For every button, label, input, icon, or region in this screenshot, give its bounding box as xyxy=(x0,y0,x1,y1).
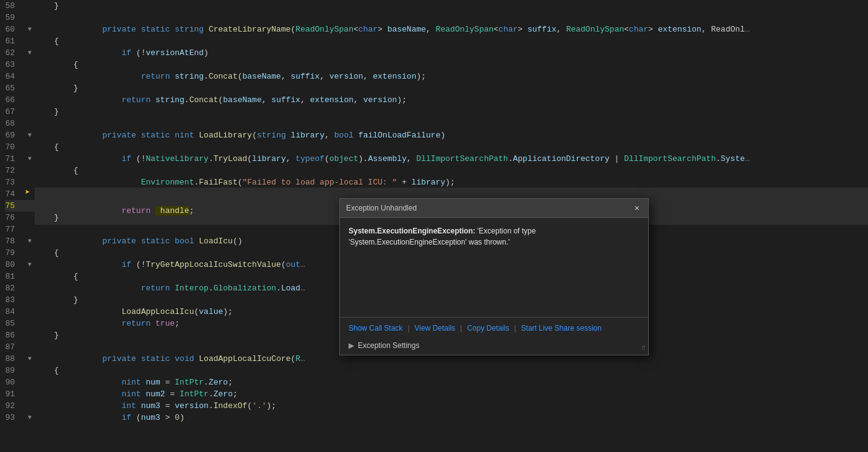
line-number-92: 92 xyxy=(5,401,25,411)
popup-close-button[interactable]: × xyxy=(632,202,642,214)
line-number-71: 71 xyxy=(5,154,25,163)
exception-message-part1: 'Exception of type xyxy=(477,227,536,235)
line-62: 62 ▼ if (!versionAtEnd) xyxy=(5,47,868,59)
popup-body: System.ExecutionEngineException: 'Except… xyxy=(340,218,648,317)
fold-88[interactable]: ▼ xyxy=(25,355,35,362)
line-64: 64 return string.Concat(baseName, suffix… xyxy=(5,71,868,82)
line-93: 93 ▼ if (num3 > 0) xyxy=(5,412,868,424)
line-number-65: 65 xyxy=(5,84,25,93)
fold-71[interactable]: ▼ xyxy=(25,155,35,162)
line-number-86: 86 xyxy=(5,331,25,340)
line-69: 69 ▼ private static nint LoadLibrary(str… xyxy=(5,129,868,141)
separator-1: | xyxy=(407,324,409,332)
line-content-58: } xyxy=(35,1,868,11)
exception-popup: Exception Unhandled × System.ExecutionEn… xyxy=(339,198,649,355)
fold-60[interactable]: ▼ xyxy=(25,26,35,33)
popup-actions: Show Call Stack | View Details | Copy De… xyxy=(340,317,648,339)
line-number-70: 70 xyxy=(5,142,25,152)
line-number-82: 82 xyxy=(5,284,25,293)
fold-93[interactable]: ▼ xyxy=(25,414,35,421)
line-number-67: 67 xyxy=(5,107,25,116)
line-number-93: 93 xyxy=(5,413,25,422)
popup-footer[interactable]: ▶ Exception Settings xyxy=(340,339,648,355)
exception-settings-chevron-icon: ▶ xyxy=(349,341,354,350)
exception-title: System.ExecutionEngineException: 'Except… xyxy=(349,225,640,248)
line-number-88: 88 xyxy=(5,354,25,363)
fold-69[interactable]: ▼ xyxy=(25,132,35,139)
line-number-72: 72 xyxy=(5,166,25,175)
line-number-87: 87 xyxy=(5,342,25,352)
line-number-76: 76 xyxy=(5,213,25,222)
exception-message-part2: 'System.ExecutionEngineException' was th… xyxy=(349,238,510,246)
line-number-91: 91 xyxy=(5,389,25,399)
line-number-68: 68 xyxy=(5,119,25,128)
exception-type: System.ExecutionEngineException: xyxy=(349,227,475,235)
resize-handle[interactable]: ⠿ xyxy=(641,345,646,352)
line-content-93: if (num3 > 0) xyxy=(35,404,868,432)
line-number-83: 83 xyxy=(5,295,25,305)
line-number-89: 89 xyxy=(5,366,25,375)
editor-container: 58 } 59 60 ▼ private static string Creat… xyxy=(0,0,868,452)
exception-settings-label: Exception Settings xyxy=(358,341,419,350)
fold-62[interactable]: ▼ xyxy=(25,50,35,56)
show-call-stack-link[interactable]: Show Call Stack xyxy=(349,323,402,334)
line-number-64: 64 xyxy=(5,72,25,81)
line-number-79: 79 xyxy=(5,248,25,258)
popup-header: Exception Unhandled × xyxy=(340,199,648,218)
line-number-73: 73 xyxy=(5,178,25,187)
line-number-84: 84 xyxy=(5,307,25,316)
line-number-58: 58 xyxy=(5,1,25,11)
separator-2: | xyxy=(460,324,462,332)
line-number-85: 85 xyxy=(5,319,25,328)
line-number-81: 81 xyxy=(5,272,25,281)
line-number-63: 63 xyxy=(5,60,25,69)
line-60: 60 ▼ private static string CreateLibrary… xyxy=(5,24,868,35)
separator-3: | xyxy=(514,324,516,332)
line-71: 71 ▼ if (!NativeLibrary.TryLoad(library,… xyxy=(5,153,868,165)
fold-80[interactable]: ▼ xyxy=(25,261,35,268)
popup-title: Exception Unhandled xyxy=(346,204,417,212)
line-66: 66 return string.Concat(baseName, suffix… xyxy=(5,94,868,106)
line-number-75: 75 xyxy=(5,201,25,211)
line-number-62: 62 xyxy=(5,48,25,58)
line-number-77: 77 xyxy=(5,225,25,234)
line-number-90: 90 xyxy=(5,378,25,387)
copy-details-link[interactable]: Copy Details xyxy=(467,323,509,334)
line-number-60: 60 xyxy=(5,25,25,34)
line-content-67: } xyxy=(35,107,868,116)
line-number-74: 74 xyxy=(5,189,25,199)
view-details-link[interactable]: View Details xyxy=(415,323,456,334)
fold-78[interactable]: ▼ xyxy=(25,238,35,245)
line-number-61: 61 xyxy=(5,37,25,46)
line-number-59: 59 xyxy=(5,13,25,22)
line-number-78: 78 xyxy=(5,237,25,246)
start-live-share-link[interactable]: Start Live Share session xyxy=(521,323,602,334)
line-58: 58 } xyxy=(5,0,868,12)
line-73: 73 Environment.FailFast("Failed to load … xyxy=(5,176,868,188)
line-number-80: 80 xyxy=(5,260,25,269)
line-67: 67 } xyxy=(5,106,868,118)
line-number-69: 69 xyxy=(5,131,25,140)
line-number-66: 66 xyxy=(5,95,25,105)
